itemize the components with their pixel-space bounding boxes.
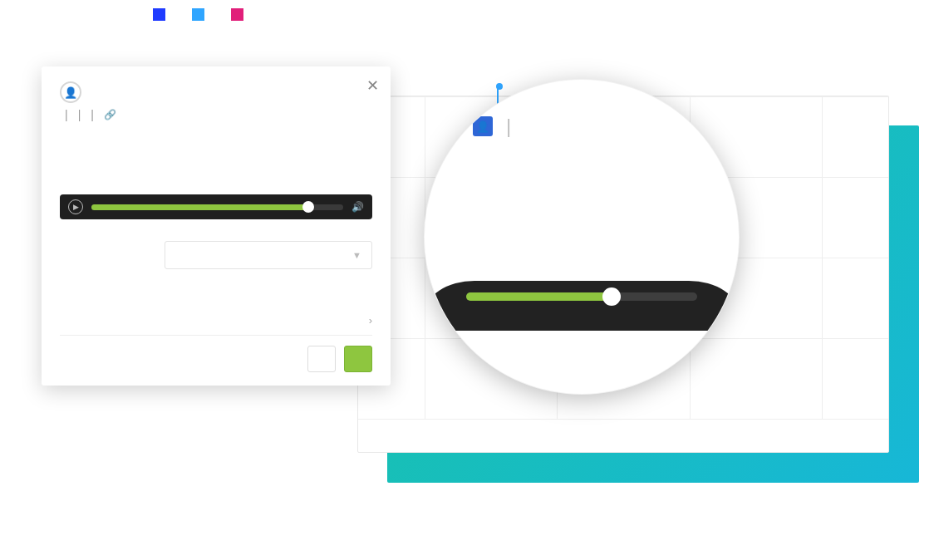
call-detail-callout: 👤 | (424, 79, 740, 395)
audio-player: ▶ 🔊 (60, 194, 372, 219)
chart-legend (133, 8, 250, 21)
avatar-icon: 👤 (473, 116, 493, 136)
square-icon (192, 8, 204, 21)
waveform (466, 168, 697, 276)
progress-knob[interactable] (602, 287, 621, 306)
progress-fill (91, 204, 308, 210)
chevron-down-icon: ▼ (352, 250, 361, 260)
question-group-select[interactable]: ▼ (165, 241, 372, 269)
legend-international (231, 8, 250, 21)
question-group-row: ▼ (60, 241, 372, 269)
legend-outbound (153, 8, 172, 21)
progress-track[interactable] (91, 204, 343, 210)
chevron-right-icon[interactable]: › (369, 314, 372, 327)
waveform (60, 133, 372, 191)
link-icon[interactable]: 🔗 (104, 109, 116, 120)
square-icon (231, 8, 243, 21)
rate-call-modal: ✕ 👤 | | | 🔗 ▶ 🔊 ▼ (42, 66, 391, 386)
progress-knob[interactable] (302, 201, 314, 213)
progress-track[interactable] (466, 292, 697, 301)
person-icon: 👤 (60, 81, 81, 103)
cancel-button[interactable] (307, 346, 336, 372)
callout-header: 👤 | (473, 115, 702, 138)
play-icon[interactable]: ▶ (68, 199, 83, 214)
pager: › (60, 314, 372, 327)
save-button[interactable] (344, 346, 372, 372)
progress-fill (466, 292, 612, 301)
volume-icon[interactable]: 🔊 (351, 201, 364, 213)
modal-footer (60, 335, 372, 372)
square-icon (153, 8, 165, 21)
modal-header: 👤 (60, 81, 372, 103)
close-icon[interactable]: ✕ (366, 76, 379, 95)
call-meta: | | | 🔗 (60, 108, 372, 121)
audio-player (425, 281, 739, 331)
legend-tollfree (192, 8, 211, 21)
